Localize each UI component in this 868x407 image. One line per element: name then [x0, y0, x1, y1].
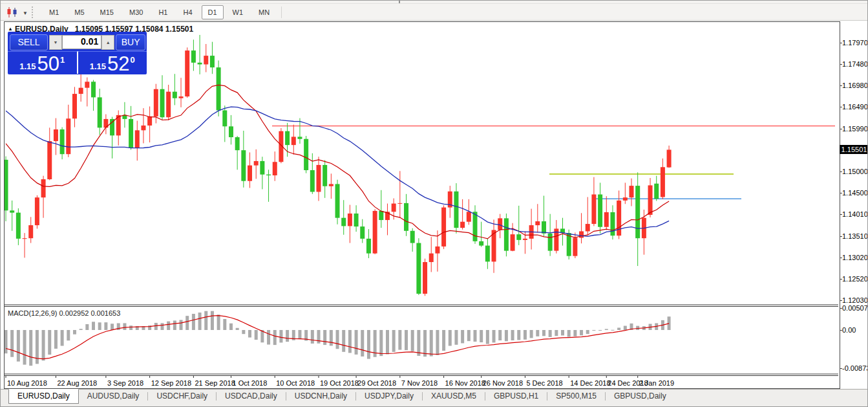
axis-tick [840, 368, 842, 369]
date-axis-label: 16 Nov 2018 [445, 379, 485, 387]
chart-window: ▴EURUSD,Daily1.15095 1.15597 1.15084 1.1… [4, 21, 840, 389]
date-axis-label: 19 Oct 2018 [320, 379, 359, 387]
current-price-badge: 1.15501 [840, 145, 868, 154]
timeframe-button-h1[interactable]: H1 [152, 5, 174, 19]
chart-tab-xauusd-m5[interactable]: XAUUSD,M5 [423, 390, 485, 403]
chart-tab-sp500-m15[interactable]: SP500,M15 [547, 390, 605, 403]
timeframe-button-m1[interactable]: M1 [43, 5, 65, 19]
axis-tick [840, 214, 842, 215]
toolbar-separator [281, 6, 282, 18]
date-axis-label: 10 Oct 2018 [276, 379, 315, 387]
axis-tick [840, 330, 842, 331]
date-axis-label: 26 Nov 2018 [483, 379, 523, 387]
timeframe-button-d1[interactable]: D1 [202, 5, 224, 19]
window-splitter-mark [399, 1, 400, 3]
axis-tick [840, 308, 842, 309]
price-axis-label: 1.12030 [842, 296, 868, 304]
axis-tick [840, 85, 842, 86]
date-axis-label: 2 Jan 2019 [639, 379, 674, 387]
sell-price-prefix: 1.15 [19, 61, 36, 71]
volume-increase-button[interactable]: ▲ [101, 35, 114, 50]
sell-price-pip: 1 [60, 55, 65, 65]
chart-canvas[interactable] [5, 22, 838, 387]
price-axis-label: 1.13020 [842, 254, 868, 261]
price-axis-label: 1.12520 [842, 275, 868, 283]
axis-tick [840, 236, 842, 237]
timeframe-button-h4[interactable]: H4 [176, 5, 198, 19]
chart-tab-usdcnh-daily[interactable]: USDCNH,Daily [286, 390, 355, 403]
date-axis-label: 21 Sep 2018 [195, 379, 235, 387]
timeframe-toolbar: ▼ M1M5M15M30H1H4D1W1MN [1, 4, 867, 21]
axis-tick [840, 43, 842, 43]
macd-axis-label: -0.00873 [842, 364, 868, 372]
macd-indicator-label: MACD(12,26,9) 0.002952 0.001653 [8, 309, 120, 317]
sell-button[interactable]: SELL [10, 34, 48, 50]
date-axis-label: 10 Aug 2018 [7, 379, 47, 387]
collapse-arrow-icon[interactable]: ▴ [9, 26, 12, 32]
chart-tab-audusd-daily[interactable]: AUDUSD,Daily [79, 390, 148, 403]
price-axis-label: 1.17970 [842, 39, 868, 47]
buy-price-prefix: 1.15 [90, 61, 106, 71]
mt4-window: { "toolbar": { "chart_type_icon": "candl… [0, 0, 868, 407]
price-axis-label: 1.15990 [842, 125, 868, 133]
date-axis-label: 22 Aug 2018 [57, 379, 97, 387]
timeframe-button-m30[interactable]: M30 [123, 5, 149, 19]
price-axis-label: 1.13510 [842, 232, 868, 240]
chart-tab-gbpusd-daily[interactable]: GBPUSD,Daily [606, 390, 675, 403]
timeframe-button-mn[interactable]: MN [252, 5, 276, 19]
chart-tab-usdjpy-daily[interactable]: USDJPY,Daily [356, 390, 422, 403]
timeframe-button-m5[interactable]: M5 [68, 5, 90, 19]
buy-price-pip: 0 [131, 55, 135, 65]
date-axis-label: 14 Dec 2018 [570, 379, 610, 387]
price-axis-label: 1.14500 [842, 189, 868, 197]
price-axis-label: 1.16490 [842, 103, 868, 111]
date-axis-label: 5 Dec 2018 [526, 379, 562, 387]
volume-input[interactable]: 0.01 [62, 35, 101, 49]
buy-price-panel[interactable]: 1.15 52 0 [78, 51, 147, 74]
chart-tab-eurusd-daily[interactable]: EURUSD,Daily [8, 389, 79, 404]
price-axis-label: 1.16980 [842, 82, 868, 89]
chart-tab-bar: EURUSD,DailyAUDUSD,DailyUSDCHF,DailyUSDC… [1, 389, 867, 407]
chart-tab-gbpusd-h1[interactable]: GBPUSD,H1 [485, 390, 547, 403]
macd-axis-label: 0.00 [842, 326, 856, 334]
axis-tick [840, 193, 842, 193]
volume-decrease-button[interactable]: ▼ [49, 35, 62, 50]
timeframe-button-w1[interactable]: W1 [226, 5, 250, 19]
axis-tick [840, 279, 842, 280]
axis-tick [840, 258, 842, 258]
one-click-trade-panel: SELL ▼ 0.01 ▲ BUY 1.15 50 1 1.15 52 0 [8, 32, 147, 74]
axis-tick [840, 129, 842, 129]
price-axis-label: 1.15000 [842, 168, 868, 175]
axis-tick [840, 107, 842, 107]
macd-axis-label: 0.005074 [842, 304, 868, 312]
chevron-down-icon[interactable]: ▼ [23, 10, 28, 16]
date-axis-label: 3 Sep 2018 [107, 379, 143, 387]
axis-tick [840, 64, 842, 65]
buy-price-big: 52 [107, 54, 129, 74]
date-axis-label: 29 Oct 2018 [357, 379, 396, 387]
date-axis-label: 7 Nov 2018 [401, 379, 438, 387]
price-axis-label: 1.17480 [842, 60, 868, 68]
axis-tick [840, 171, 842, 172]
sell-price-panel[interactable]: 1.15 50 1 [8, 51, 78, 74]
date-axis-label: 12 Sep 2018 [151, 379, 191, 387]
date-axis-label: 1 Oct 2018 [232, 379, 267, 387]
chart-tab-usdcad-daily[interactable]: USDCAD,Daily [217, 390, 286, 403]
buy-button[interactable]: BUY [116, 34, 145, 50]
sell-price-big: 50 [37, 54, 59, 74]
timeframe-button-m15[interactable]: M15 [94, 5, 120, 19]
axis-tick [840, 300, 842, 301]
chart-type-icon[interactable]: ▼ [6, 6, 23, 18]
chart-tab-usdchf-daily[interactable]: USDCHF,Daily [148, 390, 216, 403]
price-axis-label: 1.14010 [842, 210, 868, 218]
toolbar-grip [32, 6, 36, 18]
